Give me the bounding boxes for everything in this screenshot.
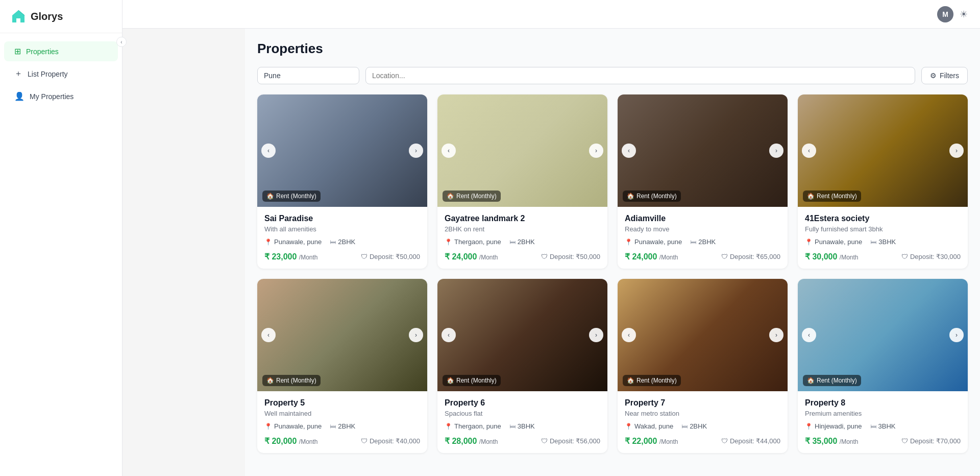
card-image-wrapper: ‹ › 🏠 Rent (Monthly) — [798, 279, 968, 391]
card-prev-button[interactable]: ‹ — [261, 144, 276, 158]
sidebar-item-properties-label: Properties — [26, 47, 59, 56]
shield-icon: 🛡 — [361, 437, 368, 445]
bhk-meta: 🛏 3BHK — [870, 238, 896, 246]
card-body: Property 8 Premium amenities 📍 Hinjewadi… — [798, 391, 968, 453]
card-image-wrapper: ‹ › 🏠 Rent (Monthly) — [437, 94, 607, 207]
sidebar-item-properties[interactable]: ⊞ Properties — [4, 41, 118, 61]
price-period: /Month — [840, 438, 859, 445]
card-prev-button[interactable]: ‹ — [442, 144, 456, 158]
property-card[interactable]: ‹ › 🏠 Rent (Monthly) 41Estera society Fu… — [798, 94, 968, 269]
property-card[interactable]: ‹ › 🏠 Rent (Monthly) Adiamville Ready to… — [618, 94, 788, 269]
property-title: Adiamville — [625, 214, 780, 223]
location-input[interactable] — [365, 67, 915, 84]
card-prev-button[interactable]: ‹ — [802, 328, 816, 342]
city-select[interactable]: Pune Mumbai Bangalore Delhi — [257, 67, 359, 84]
location-meta: 📍 Hinjewadi, pune — [805, 422, 862, 430]
card-prev-button[interactable]: ‹ — [442, 328, 456, 342]
property-card[interactable]: ‹ › 🏠 Rent (Monthly) Sai Paradise With a… — [257, 94, 427, 269]
price-period: /Month — [659, 438, 678, 445]
location-meta: 📍 Punawale, pune — [264, 238, 322, 246]
bed-icon: 🛏 — [681, 423, 688, 430]
home-icon: 🏠 — [447, 193, 454, 200]
badge-label: Rent (Monthly) — [636, 377, 677, 384]
card-price-row: ₹ 24,000 /Month 🛡 Deposit: ₹50,000 — [445, 252, 600, 261]
card-meta: 📍 Hinjewadi, pune 🛏 3BHK — [805, 422, 961, 430]
sidebar-item-my-properties[interactable]: 👤 My Properties — [4, 86, 118, 106]
card-next-button[interactable]: › — [949, 328, 964, 342]
property-grid: ‹ › 🏠 Rent (Monthly) Sai Paradise With a… — [257, 94, 968, 453]
card-price-row: ₹ 20,000 /Month 🛡 Deposit: ₹40,000 — [264, 436, 420, 446]
card-next-button[interactable]: › — [589, 328, 603, 342]
sidebar-collapse-button[interactable]: ‹ — [116, 37, 127, 47]
deposit-info: 🛡 Deposit: ₹40,000 — [361, 437, 420, 445]
price-period: /Month — [840, 254, 859, 261]
property-card[interactable]: ‹ › 🏠 Rent (Monthly) Property 7 Near met… — [618, 279, 788, 453]
property-card[interactable]: ‹ › 🏠 Rent (Monthly) Property 6 Spacious… — [437, 279, 607, 453]
bhk-meta: 🛏 3BHK — [870, 422, 896, 430]
card-image-wrapper: ‹ › 🏠 Rent (Monthly) — [257, 94, 427, 207]
deposit-text: Deposit: ₹30,000 — [910, 253, 961, 260]
card-next-button[interactable]: › — [589, 144, 603, 158]
location-icon: 📍 — [264, 423, 272, 430]
card-next-button[interactable]: › — [769, 144, 783, 158]
card-prev-button[interactable]: ‹ — [261, 328, 276, 342]
deposit-info: 🛡 Deposit: ₹70,000 — [901, 437, 961, 445]
shield-icon: 🛡 — [541, 437, 548, 445]
location-text: Wakad, pune — [634, 422, 673, 430]
user-avatar[interactable]: M — [937, 6, 953, 22]
price-period: /Month — [299, 438, 318, 445]
property-card[interactable]: ‹ › 🏠 Rent (Monthly) Gayatree landmark 2… — [437, 94, 607, 269]
location-icon: 📍 — [264, 239, 272, 246]
filters-button[interactable]: ⚙ Filters — [921, 67, 968, 84]
page-title: Properties — [257, 41, 968, 57]
sidebar-item-list-property[interactable]: ＋ List Property — [4, 63, 118, 84]
card-next-button[interactable]: › — [409, 328, 423, 342]
home-icon: 🏠 — [266, 377, 274, 384]
card-next-button[interactable]: › — [409, 144, 423, 158]
card-meta: 📍 Wakad, pune 🛏 2BHK — [625, 422, 780, 430]
badge-label: Rent (Monthly) — [456, 377, 497, 384]
property-subtitle: Near metro station — [625, 410, 780, 417]
rent-badge: 🏠 Rent (Monthly) — [262, 375, 321, 386]
bed-icon: 🛏 — [330, 423, 336, 430]
bhk-text: 2BHK — [518, 238, 535, 246]
property-card[interactable]: ‹ › 🏠 Rent (Monthly) Property 8 Premium … — [798, 279, 968, 453]
deposit-info: 🛡 Deposit: ₹50,000 — [361, 253, 420, 260]
bhk-text: 2BHK — [698, 238, 716, 246]
bhk-text: 2BHK — [690, 422, 707, 430]
property-title: Gayatree landmark 2 — [445, 214, 600, 223]
main-content: Properties Pune Mumbai Bangalore Delhi ⚙… — [245, 29, 980, 476]
bed-icon: 🛏 — [870, 423, 876, 430]
theme-toggle-icon[interactable]: ☀ — [960, 9, 968, 20]
badge-label: Rent (Monthly) — [817, 377, 857, 384]
location-text: Hinjewadi, pune — [815, 422, 862, 430]
shield-icon: 🛡 — [901, 437, 908, 445]
bed-icon: 🛏 — [509, 239, 516, 246]
location-meta: 📍 Thergaon, pune — [445, 238, 501, 246]
property-subtitle: 2BHK on rent — [445, 225, 600, 233]
card-prev-button[interactable]: ‹ — [622, 328, 636, 342]
property-price: ₹ 24,000 /Month — [445, 252, 498, 261]
property-price: ₹ 35,000 /Month — [805, 436, 859, 446]
card-next-button[interactable]: › — [949, 144, 964, 158]
top-header: M ☀ — [122, 0, 980, 29]
deposit-info: 🛡 Deposit: ₹56,000 — [541, 437, 600, 445]
bed-icon: 🛏 — [870, 239, 876, 246]
location-icon: 📍 — [625, 239, 632, 246]
location-icon: 📍 — [625, 423, 632, 430]
card-prev-button[interactable]: ‹ — [802, 144, 816, 158]
rent-badge: 🏠 Rent (Monthly) — [443, 375, 501, 386]
rent-badge: 🏠 Rent (Monthly) — [623, 375, 681, 386]
bhk-text: 3BHK — [518, 422, 535, 430]
deposit-info: 🛡 Deposit: ₹65,000 — [721, 253, 780, 260]
card-meta: 📍 Punawale, pune 🛏 3BHK — [805, 238, 961, 246]
property-card[interactable]: ‹ › 🏠 Rent (Monthly) Property 5 Well mai… — [257, 279, 427, 453]
property-price: ₹ 24,000 /Month — [625, 252, 678, 261]
bhk-meta: 🛏 2BHK — [690, 238, 716, 246]
card-next-button[interactable]: › — [769, 328, 783, 342]
badge-label: Rent (Monthly) — [636, 193, 677, 200]
property-price: ₹ 28,000 /Month — [445, 436, 498, 446]
card-meta: 📍 Punawale, pune 🛏 2BHK — [625, 238, 780, 246]
card-prev-button[interactable]: ‹ — [622, 144, 636, 158]
deposit-info: 🛡 Deposit: ₹44,000 — [721, 437, 780, 445]
